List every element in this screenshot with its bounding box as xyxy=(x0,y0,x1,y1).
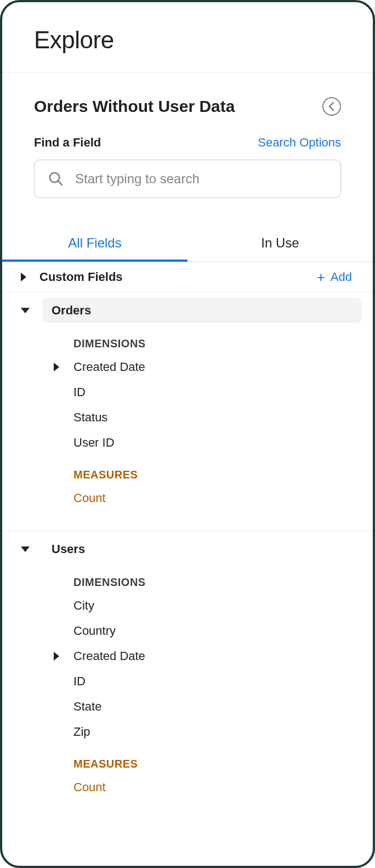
field-label: Status xyxy=(73,410,107,425)
measures-heading: MEASURES xyxy=(2,455,373,486)
view-header[interactable]: Orders xyxy=(43,298,362,323)
dimension-item[interactable]: Created Date xyxy=(2,354,373,380)
tab-all-fields[interactable]: All Fields xyxy=(2,228,188,262)
dimension-item[interactable]: Created Date xyxy=(2,644,373,669)
field-label: Zip xyxy=(73,725,90,739)
dimension-item[interactable]: ID xyxy=(2,380,373,405)
caret-right-icon xyxy=(54,652,59,661)
field-label: User ID xyxy=(73,436,115,450)
custom-fields-label[interactable]: Custom Fields xyxy=(39,270,123,284)
caret-down-icon[interactable] xyxy=(21,308,30,313)
measure-item[interactable]: Count xyxy=(2,486,373,511)
search-icon xyxy=(48,171,64,187)
explore-title: Orders Without User Data xyxy=(34,97,235,116)
search-box[interactable] xyxy=(34,160,341,198)
field-label: City xyxy=(73,599,94,613)
caret-down-icon[interactable] xyxy=(21,546,30,552)
dimension-item[interactable]: City xyxy=(2,593,373,618)
field-label: Country xyxy=(73,624,116,638)
tab-in-use[interactable]: In Use xyxy=(188,228,373,262)
measures-heading: MEASURES xyxy=(2,745,373,775)
measure-item[interactable]: Count xyxy=(2,775,373,800)
add-custom-field-button[interactable]: + Add xyxy=(317,270,352,284)
collapse-button[interactable] xyxy=(322,97,341,116)
add-label: Add xyxy=(331,270,352,284)
dimension-item[interactable]: User ID xyxy=(2,430,373,455)
page-title: Explore xyxy=(34,26,341,54)
field-label: ID xyxy=(73,385,86,399)
field-label: Created Date xyxy=(73,360,145,374)
search-input[interactable] xyxy=(74,171,327,187)
dimensions-heading: DIMENSIONS xyxy=(2,334,373,354)
find-field-label: Find a Field xyxy=(34,136,101,150)
search-options-link[interactable]: Search Options xyxy=(258,136,341,150)
dimension-item[interactable]: Country xyxy=(2,618,373,644)
field-label: Created Date xyxy=(73,649,145,663)
dimension-item[interactable]: ID xyxy=(2,669,373,694)
field-label: ID xyxy=(73,674,86,689)
field-tabs: All Fields In Use xyxy=(2,228,373,262)
chevron-left-icon xyxy=(328,102,336,111)
caret-right-icon xyxy=(54,363,59,371)
field-label: Count xyxy=(73,491,106,505)
dimensions-heading: DIMENSIONS xyxy=(2,573,373,593)
dimension-item[interactable]: Zip xyxy=(2,719,373,745)
dimension-item[interactable]: Status xyxy=(2,405,373,430)
caret-right-icon[interactable] xyxy=(21,273,26,281)
view-header[interactable]: Users xyxy=(43,537,362,562)
dimension-item[interactable]: State xyxy=(2,694,373,719)
field-label: Count xyxy=(73,780,106,794)
field-label: State xyxy=(73,700,101,714)
svg-line-1 xyxy=(58,181,62,185)
plus-icon: + xyxy=(317,270,325,284)
